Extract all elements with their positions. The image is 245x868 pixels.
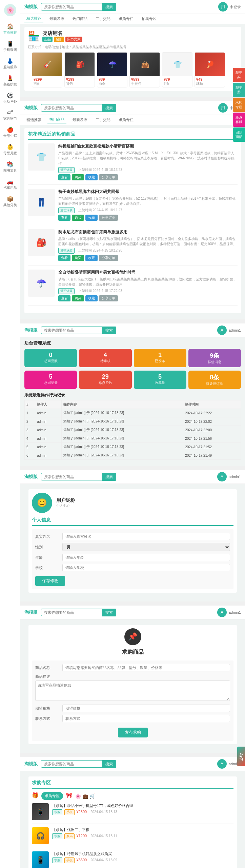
wanted-title: 求购专区 [32, 780, 233, 789]
section-profile: 淘模版 搜索 A admin1 淘模版 😊 用户昵称 个人中 [20, 470, 245, 601]
form-input-product-name[interactable] [62, 664, 230, 671]
search-input-3[interactable] [41, 327, 102, 334]
fav-btn[interactable]: 收藏 [85, 295, 98, 301]
stat-label-4: 总浏览量 [27, 380, 74, 385]
form-input-age[interactable] [62, 554, 230, 561]
view-btn[interactable]: 查看 [58, 295, 70, 301]
sidebar-item-books[interactable]: 📚图书文具 [2, 158, 18, 176]
sidebar-item-furniture[interactable]: 🛋家具家电 [2, 107, 18, 124]
nav-tab-2-3[interactable]: 二手交易 [94, 117, 113, 123]
icon-1[interactable]: 🌸 [75, 793, 81, 799]
sidebar-item-phone[interactable]: 📱手机数码 [2, 38, 18, 55]
nav-tab-1[interactable]: 最新发布 [47, 16, 66, 22]
wanted-button[interactable]: 求购专栏 [233, 98, 245, 112]
nav-tab-2[interactable]: 热门商品 [70, 16, 89, 22]
view-btn[interactable]: 查看 [58, 255, 70, 261]
nav-tab-0[interactable]: 精选推荐 [24, 15, 43, 22]
wanted-title-0[interactable]: 【求购】极品小米手机型号17T，成色好价格合理 [52, 803, 233, 808]
cell-num: 6 [25, 451, 35, 460]
wanted-title-1[interactable]: 【求购】优质二手平板 [52, 827, 233, 832]
icon-3[interactable]: 🛒 [89, 793, 95, 799]
product-item[interactable]: 👕 ¥79 T恤 [162, 52, 192, 87]
form-input-name[interactable] [62, 533, 230, 540]
share-btn[interactable]: 分享订单 [99, 174, 118, 180]
view-btn[interactable]: 查看 [58, 215, 70, 221]
search-button-4[interactable]: 搜索 [102, 473, 116, 481]
buy-btn[interactable]: 购买 [72, 255, 84, 261]
share-btn[interactable]: 分享订单 [99, 295, 118, 301]
form-textarea-desc[interactable] [35, 680, 230, 701]
fav-btn[interactable]: 收藏 [85, 174, 98, 180]
sidebar-label-furniture: 家具家电 [3, 116, 17, 121]
form-input-school[interactable] [62, 564, 230, 571]
product-list-meta: 道芒泳装 上架时间 2024-4-15 17:22:03 [58, 288, 238, 294]
product-info: ¥199 背包 [65, 76, 95, 87]
nav-tab-2-0[interactable]: 精选推荐 [24, 117, 43, 123]
search-button-2[interactable]: 搜索 [102, 104, 116, 112]
wanted-title-2[interactable]: 【求购】特斯风手机好品质立即购买 [52, 851, 233, 856]
nav-tab-4[interactable]: 求购专栏 [117, 16, 136, 22]
sidebar-item-home[interactable]: 🏠首页推荐 [2, 20, 18, 38]
cell-num: 2 [25, 417, 35, 426]
form-select-gender[interactable]: 男 女 [62, 543, 230, 551]
search-input-4[interactable] [41, 473, 102, 480]
table-row: 4 admin 添加了 [admin] 于 [2024-10-16 17:18:… [25, 434, 241, 443]
sidebar-item-beauty[interactable]: 💄美妆护肤 [2, 72, 18, 90]
product-item[interactable]: ☂️ ¥89 雨伞 [97, 52, 127, 87]
search-button-5[interactable]: 搜索 [102, 609, 116, 616]
product-info: ¥599 手提包 [130, 76, 160, 87]
product-list-item: 🎒 防水尼龙布面插肩包百搭简单旅游多用 品牌：adlss（拼写标示中文认证防水面… [28, 229, 238, 265]
profile-submit-button[interactable]: 保存修改 [35, 576, 65, 586]
form-input-price[interactable] [62, 705, 230, 712]
fav-btn[interactable]: 收藏 [85, 255, 98, 261]
profile-form: 真实姓名 性别 男 女 年龄 学校 [32, 529, 233, 589]
site-logo[interactable]: 🌸 [3, 3, 17, 17]
profile-sub: 个人中心 [56, 504, 75, 508]
profile-section: 淘模版 😊 用户昵称 个人中心 个人信息 真实姓名 性别 [28, 489, 237, 593]
nav-tab-2-1[interactable]: 热门商品 [47, 116, 66, 123]
wanted-tab-0[interactable]: 求购专区 [41, 792, 63, 800]
share-btn[interactable]: 分享订单 [99, 215, 118, 221]
search-input-6[interactable] [41, 760, 102, 768]
form-input-contact[interactable] [62, 715, 230, 722]
wanted-tag-1: 手机 [64, 809, 75, 815]
nav-tab-2-4[interactable]: 求购专栏 [117, 117, 136, 123]
buy-btn[interactable]: 购买 [72, 215, 84, 221]
search-input-2[interactable] [41, 104, 102, 112]
sidebar-item-clothes[interactable]: 👗服装服饰 [2, 55, 18, 72]
product-time: 上架时间 2024-4-15 17:22:03 [78, 289, 122, 293]
sidebar-item-food[interactable]: 🍎食品生鲜 [2, 124, 18, 141]
product-item[interactable]: 🏓 ¥49 球拍 [195, 52, 225, 87]
buy-btn[interactable]: 购买 [72, 174, 84, 180]
product-item[interactable]: 🎒 ¥199 背包 [64, 52, 95, 87]
product-item[interactable]: 🎸 ¥299 吉他 [32, 52, 62, 87]
search-area-5: 搜索 [41, 609, 214, 616]
buy-btn[interactable]: 购买 [72, 295, 84, 301]
icon-2[interactable]: 💼 [82, 793, 88, 799]
sidebar-item-baby[interactable]: 👶母婴儿童 [2, 141, 18, 158]
nav-tab-5[interactable]: 拍卖专区 [140, 16, 159, 22]
shop-info: 联系方式：电话/微信 | 地址：某某省某某市某某区某某街道某某号 [28, 45, 238, 50]
nav-tab-3[interactable]: 二手交易 [94, 16, 113, 22]
search-button-6[interactable]: 搜索 [102, 760, 116, 768]
product-info: ¥89 雨伞 [97, 76, 127, 87]
buy-button[interactable]: 我要买 [233, 68, 245, 82]
search-button[interactable]: 搜索 [102, 3, 116, 11]
product-item[interactable]: 👜 ¥599 手提包 [129, 52, 160, 87]
search-button-3[interactable]: 搜索 [102, 327, 116, 334]
sell-button[interactable]: 我要卖 [233, 83, 245, 97]
sidebar-item-other[interactable]: 📦其他分类 [2, 193, 18, 210]
fav-btn[interactable]: 收藏 [85, 215, 98, 221]
sidebar-item-car[interactable]: 🚗汽车用品 [2, 176, 18, 193]
buy-request-submit-button[interactable]: 发布求购 [118, 728, 148, 737]
art-badge[interactable]: ArT [237, 747, 245, 766]
view-btn[interactable]: 查看 [58, 174, 70, 180]
top-button[interactable]: 回到顶部 [233, 127, 245, 142]
nav-tab-2-2[interactable]: 最新发布 [70, 117, 89, 123]
cell-action: 添加了 [admin] 于 [2024-10-16 17:18:23] [61, 443, 183, 451]
sidebar-item-sports[interactable]: ⚽运动户外 [2, 90, 18, 107]
search-input-5[interactable] [41, 609, 102, 616]
contact-button[interactable]: 联系客服 [233, 113, 245, 127]
share-btn[interactable]: 分享订单 [99, 255, 118, 261]
search-input[interactable] [41, 3, 102, 11]
